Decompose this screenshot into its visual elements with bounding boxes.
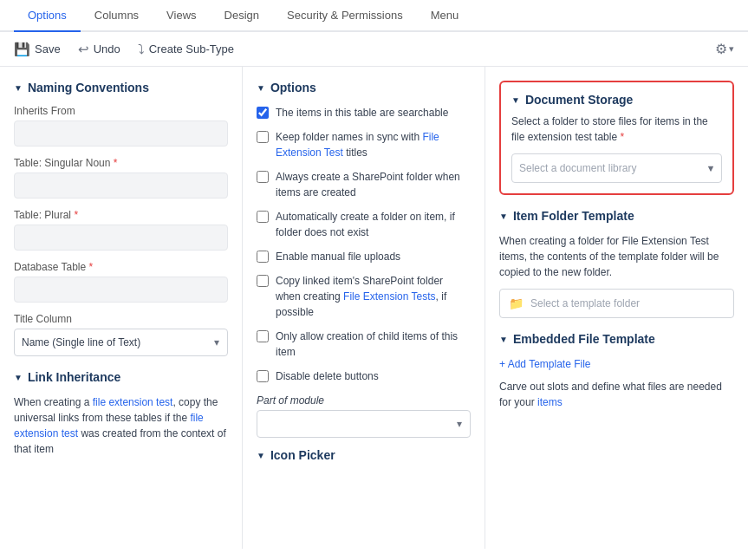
toolbar: 💾 Save ↩ Undo ⤵ Create Sub-Type ⚙ ▾ bbox=[0, 32, 748, 67]
item-folder-template-section: ▼ Item Folder Template When creating a f… bbox=[499, 209, 734, 318]
triangle-icon-5: ▼ bbox=[511, 95, 520, 105]
main-content: ▼ Naming Conventions Inherits From Table… bbox=[0, 67, 748, 549]
item-folder-template-title: ▼ Item Folder Template bbox=[499, 209, 734, 223]
inherits-from-input[interactable] bbox=[14, 120, 228, 147]
link-inheritance-title: ▼ Link Inheritance bbox=[14, 370, 228, 384]
triangle-icon-7: ▼ bbox=[499, 335, 508, 344]
checkbox-item-4: Enable manual file uploads bbox=[257, 249, 471, 264]
tab-options[interactable]: Options bbox=[14, 0, 81, 32]
checkbox-item-0: The items in this table are searchable bbox=[257, 105, 471, 120]
part-of-module-select-wrapper bbox=[257, 410, 471, 438]
checkbox-item-5: Copy linked item's SharePoint folder whe… bbox=[257, 273, 471, 320]
template-folder-select-btn[interactable]: 📁 Select a template folder bbox=[499, 289, 734, 318]
plural-input[interactable] bbox=[14, 225, 228, 251]
folder-icon: 📁 bbox=[509, 296, 524, 310]
checkbox-item-6: Only allow creation of child items of th… bbox=[257, 329, 471, 360]
nav-tabs: Options Columns Views Design Security & … bbox=[0, 0, 748, 32]
doc-storage-select-wrapper: Select a document library ▾ bbox=[511, 153, 722, 183]
left-panel: ▼ Naming Conventions Inherits From Table… bbox=[0, 67, 243, 549]
document-storage-title: ▼ Document Storage bbox=[511, 93, 722, 107]
middle-panel: ▼ Options The items in this table are se… bbox=[243, 67, 485, 549]
checkbox-searchable[interactable] bbox=[257, 107, 269, 119]
title-column-select[interactable]: Name (Single line of Text) bbox=[14, 329, 228, 356]
document-storage-desc: Select a folder to store files for items… bbox=[511, 114, 722, 145]
plural-label: Table: Plural * bbox=[14, 209, 228, 221]
icon-picker-title: Icon Picker bbox=[270, 448, 335, 462]
checkbox-manual-uploads[interactable] bbox=[257, 251, 269, 263]
naming-conventions-title: ▼ Naming Conventions bbox=[14, 81, 228, 94]
database-table-input[interactable] bbox=[14, 277, 228, 303]
checkbox-copy-folder[interactable] bbox=[257, 275, 269, 287]
save-icon: 💾 bbox=[14, 42, 30, 57]
right-panel: ▼ Document Storage Select a folder to st… bbox=[485, 67, 748, 549]
options-title: ▼ Options bbox=[257, 81, 471, 94]
embedded-file-template-title: ▼ Embedded File Template bbox=[499, 332, 734, 346]
embedded-file-template-section: ▼ Embedded File Template + Add Template … bbox=[499, 332, 734, 410]
inherits-from-group: Inherits From bbox=[14, 105, 228, 147]
checkbox-auto-create-folder[interactable] bbox=[257, 211, 269, 223]
tab-security[interactable]: Security & Permissions bbox=[273, 0, 417, 32]
title-column-select-wrapper: Name (Single line of Text) bbox=[14, 329, 228, 356]
chevron-down-icon: ▾ bbox=[729, 43, 734, 55]
item-folder-template-desc: When creating a folder for File Extensio… bbox=[499, 233, 734, 280]
title-column-group: Title Column Name (Single line of Text) bbox=[14, 313, 228, 356]
tab-design[interactable]: Design bbox=[211, 0, 273, 32]
add-template-file-button[interactable]: + Add Template File bbox=[499, 356, 591, 372]
checkbox-item-1: Keep folder names in sync with File Exte… bbox=[257, 129, 471, 160]
checkbox-child-only[interactable] bbox=[257, 330, 269, 342]
subtype-icon: ⤵ bbox=[138, 42, 145, 56]
checkbox-disable-delete[interactable] bbox=[257, 370, 269, 382]
triangle-icon-6: ▼ bbox=[499, 212, 508, 221]
checkbox-folder-sync[interactable] bbox=[257, 131, 269, 143]
singular-noun-input[interactable] bbox=[14, 173, 228, 199]
template-folder-placeholder: Select a template folder bbox=[530, 297, 640, 309]
triangle-icon-3: ▼ bbox=[257, 83, 265, 93]
part-of-module-select[interactable] bbox=[257, 410, 471, 438]
checkbox-always-create-folder[interactable] bbox=[257, 171, 269, 183]
undo-button[interactable]: ↩ Undo bbox=[78, 42, 120, 57]
title-column-label: Title Column bbox=[14, 313, 228, 325]
part-of-module-label: Part of module bbox=[257, 394, 471, 407]
document-storage-box: ▼ Document Storage Select a folder to st… bbox=[499, 81, 734, 195]
icon-picker-section[interactable]: ▼ Icon Picker bbox=[257, 448, 471, 462]
database-table-group: Database Table * bbox=[14, 261, 228, 303]
doc-storage-select[interactable]: Select a document library bbox=[511, 153, 722, 183]
embedded-file-desc: Carve out slots and define what files ar… bbox=[499, 379, 734, 410]
create-subtype-button[interactable]: ⤵ Create Sub-Type bbox=[138, 42, 234, 56]
tab-menu[interactable]: Menu bbox=[417, 0, 473, 32]
plural-group: Table: Plural * bbox=[14, 209, 228, 251]
triangle-icon: ▼ bbox=[14, 83, 23, 93]
tab-columns[interactable]: Columns bbox=[81, 0, 153, 32]
link-inheritance-description: When creating a file extension test, cop… bbox=[14, 394, 228, 457]
gear-button[interactable]: ⚙ ▾ bbox=[715, 41, 734, 57]
undo-icon: ↩ bbox=[78, 42, 89, 57]
checkbox-item-3: Automatically create a folder on item, i… bbox=[257, 209, 471, 240]
part-of-module-group: Part of module bbox=[257, 394, 471, 438]
singular-noun-label: Table: Singular Noun * bbox=[14, 157, 228, 169]
inherits-from-label: Inherits From bbox=[14, 105, 228, 117]
tab-views[interactable]: Views bbox=[153, 0, 210, 32]
triangle-icon-2: ▼ bbox=[14, 373, 23, 382]
singular-noun-group: Table: Singular Noun * bbox=[14, 157, 228, 199]
triangle-icon-4: ▼ bbox=[257, 451, 265, 460]
save-button[interactable]: 💾 Save bbox=[14, 42, 61, 57]
gear-icon: ⚙ bbox=[715, 41, 727, 57]
checkbox-item-7: Disable delete buttons bbox=[257, 368, 471, 384]
database-table-label: Database Table * bbox=[14, 261, 228, 273]
checkbox-item-2: Always create a SharePoint folder when i… bbox=[257, 169, 471, 200]
